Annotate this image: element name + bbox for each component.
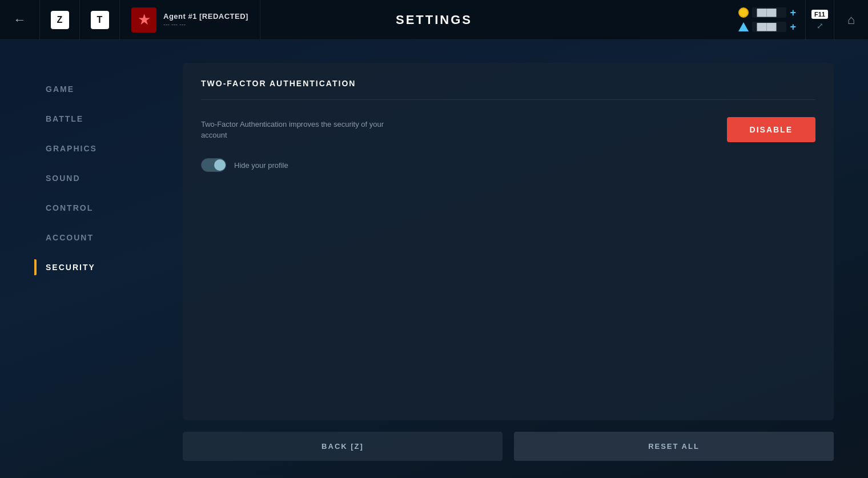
add-gold-button[interactable]: + <box>790 7 796 19</box>
settings-panel: TWO-FACTOR AUTHENTICATION Two-Factor Aut… <box>183 63 834 461</box>
f11-badge: F11 <box>811 10 828 19</box>
auth-row: Two-Factor Authentication improves the s… <box>201 111 815 154</box>
blue-currency-icon <box>738 22 749 31</box>
gold-amount: ████ <box>752 7 786 18</box>
divider <box>201 99 815 100</box>
tab-t-box: T <box>91 11 109 29</box>
main-content: GAME BATTLE GRAPHICS SOUND CONTROL ACCOU… <box>0 40 868 478</box>
blue-amount: ████ <box>752 22 786 32</box>
sidebar-item-security[interactable]: SECURITY <box>34 252 160 282</box>
player-name: Agent #1 [REDACTED] <box>163 12 248 21</box>
back-button[interactable]: ← <box>0 0 40 40</box>
back-bottom-button[interactable]: BACK [Z] <box>183 432 503 461</box>
hide-profile-toggle[interactable] <box>201 158 226 172</box>
currency-row-blue: ████ + <box>738 21 796 33</box>
gold-icon <box>738 7 749 18</box>
f11-section: F11 ⤢ <box>805 0 834 40</box>
header-right: ████ + ████ + F11 ⤢ ⌂ <box>729 0 868 39</box>
avatar: ★ <box>131 7 156 33</box>
tab-z-box: Z <box>51 11 69 29</box>
currency-area: ████ + ████ + <box>729 7 805 33</box>
star-icon: ★ <box>138 11 151 29</box>
sidebar-item-account[interactable]: ACCOUNT <box>34 223 160 252</box>
sidebar-item-control[interactable]: CONTROL <box>34 193 160 223</box>
home-icon: ⌂ <box>847 13 855 27</box>
toggle-row-hide-profile: Hide your profile <box>201 154 815 176</box>
sidebar-item-game[interactable]: GAME <box>34 74 160 104</box>
player-sub: --- --- --- <box>163 21 248 27</box>
add-blue-button[interactable]: + <box>790 21 796 33</box>
page-title: SETTINGS <box>396 13 472 27</box>
sidebar-item-sound[interactable]: SOUND <box>34 163 160 193</box>
header-left: ← Z T ★ Agent #1 [REDACTED] --- --- --- <box>0 0 260 39</box>
tab-t-button[interactable]: T <box>80 0 120 40</box>
auth-description: Two-Factor Authentication improves the s… <box>201 119 395 141</box>
sidebar-item-battle[interactable]: BATTLE <box>34 104 160 134</box>
sidebar-item-graphics[interactable]: GRAPHICS <box>34 134 160 163</box>
reset-all-button[interactable]: RESET ALL <box>514 432 834 461</box>
section-title: TWO-FACTOR AUTHENTICATION <box>201 79 815 88</box>
currency-row-gold: ████ + <box>738 7 796 19</box>
expand-icon: ⤢ <box>817 21 823 30</box>
toggle-knob <box>214 159 226 171</box>
hide-profile-label: Hide your profile <box>234 161 288 170</box>
sidebar-nav: GAME BATTLE GRAPHICS SOUND CONTROL ACCOU… <box>34 63 160 461</box>
header-bar: ← Z T ★ Agent #1 [REDACTED] --- --- --- … <box>0 0 868 40</box>
player-info: ★ Agent #1 [REDACTED] --- --- --- <box>120 0 260 39</box>
panel-content: TWO-FACTOR AUTHENTICATION Two-Factor Aut… <box>183 63 834 420</box>
home-button[interactable]: ⌂ <box>834 0 868 40</box>
disable-button[interactable]: DISABLE <box>727 117 815 142</box>
bottom-buttons: BACK [Z] RESET ALL <box>183 432 834 461</box>
player-details: Agent #1 [REDACTED] --- --- --- <box>163 12 248 27</box>
tab-z-button[interactable]: Z <box>40 0 80 40</box>
